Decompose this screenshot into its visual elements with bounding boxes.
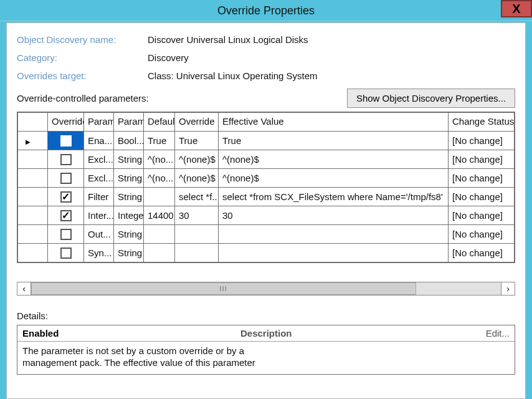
override-cell[interactable] <box>48 244 84 262</box>
scroll-track[interactable]: lll <box>31 282 501 295</box>
override-cell[interactable] <box>48 206 84 225</box>
param-type-cell[interactable]: String <box>114 169 144 188</box>
param-type-cell[interactable]: Bool... <box>114 132 144 150</box>
category-label: Category: <box>17 52 148 63</box>
col-param-name[interactable]: Param… <box>84 113 114 132</box>
effective-value-cell[interactable] <box>219 244 449 262</box>
parameters-grid[interactable]: Override Param… Param… Default Override … <box>17 112 515 263</box>
override-checkbox[interactable] <box>60 173 72 184</box>
override-checkbox[interactable] <box>60 154 72 165</box>
param-name-cell[interactable]: Inter... <box>84 206 114 225</box>
col-override[interactable]: Override <box>48 113 84 132</box>
override-cell[interactable] <box>48 188 84 206</box>
scroll-thumb[interactable]: lll <box>31 282 416 295</box>
row-header <box>18 225 48 244</box>
table-row[interactable]: Inter...Integer144003030[No change] <box>18 206 515 225</box>
change-status-cell[interactable]: [No change] <box>449 150 515 169</box>
param-type-cell[interactable]: String <box>114 225 144 244</box>
override-value-cell[interactable] <box>175 244 219 262</box>
effective-value-cell[interactable] <box>219 225 449 244</box>
override-value-cell[interactable]: True <box>175 132 219 150</box>
change-status-cell[interactable]: [No change] <box>449 244 515 262</box>
default-value-cell[interactable]: ^(no... <box>144 169 175 188</box>
override-checkbox[interactable] <box>60 248 72 259</box>
change-status-cell[interactable]: [No change] <box>449 206 515 225</box>
default-value-cell[interactable]: ^(no... <box>144 150 175 169</box>
row-header <box>18 206 48 225</box>
default-value-cell[interactable] <box>144 244 175 262</box>
dialog-body: Object Discovery name: Discover Universa… <box>6 22 526 399</box>
row-header <box>18 244 48 262</box>
show-discovery-properties-button[interactable]: Show Object Discovery Properties... <box>347 89 515 108</box>
override-cell[interactable] <box>48 169 84 188</box>
override-value-cell[interactable]: 30 <box>175 206 219 225</box>
override-checkbox[interactable] <box>60 210 72 221</box>
default-value-cell[interactable]: True <box>144 132 175 150</box>
table-row[interactable]: Out...String[No change] <box>18 225 515 244</box>
change-status-cell[interactable]: [No change] <box>449 225 515 244</box>
details-parameter-name: Enabled <box>22 328 240 339</box>
param-type-cell[interactable]: String <box>114 188 144 206</box>
col-effective[interactable]: Effective Value <box>219 113 449 132</box>
param-type-cell[interactable]: Integer <box>114 206 144 225</box>
row-header <box>18 150 48 169</box>
details-line-2: management pack. The effective value of … <box>22 357 510 369</box>
table-row[interactable]: Ena...Bool...TrueTrueTrue[No change] <box>18 132 515 150</box>
change-status-cell[interactable]: [No change] <box>449 132 515 150</box>
override-checkbox[interactable] <box>60 229 72 240</box>
override-checkbox[interactable] <box>60 135 72 147</box>
target-label: Overrides target: <box>17 70 148 81</box>
row-header <box>18 169 48 188</box>
param-name-cell[interactable]: Ena... <box>84 132 114 150</box>
override-value-cell[interactable]: ^(none)$ <box>175 169 219 188</box>
grid-horizontal-scrollbar[interactable]: ‹ lll › <box>17 282 515 296</box>
col-change-status[interactable]: Change Status <box>449 113 515 132</box>
override-value-cell[interactable]: ^(none)$ <box>175 150 219 169</box>
effective-value-cell[interactable]: True <box>219 132 449 150</box>
param-name-cell[interactable]: Out... <box>84 225 114 244</box>
param-name-cell[interactable]: Filter <box>84 188 114 206</box>
override-value-cell[interactable] <box>175 225 219 244</box>
parameters-label: Override-controlled parameters: <box>17 93 149 103</box>
details-description-header: Description <box>240 328 486 339</box>
override-value-cell[interactable]: select *f... <box>175 188 219 206</box>
default-value-cell[interactable] <box>144 188 175 206</box>
row-header <box>18 132 48 150</box>
discovery-name-value: Discover Universal Linux Logical Disks <box>148 34 308 45</box>
effective-value-cell[interactable]: ^(none)$ <box>219 150 449 169</box>
default-value-cell[interactable]: 14400 <box>144 206 175 225</box>
category-value: Discovery <box>148 52 189 63</box>
change-status-cell[interactable]: [No change] <box>449 169 515 188</box>
row-header <box>18 188 48 206</box>
param-type-cell[interactable]: String <box>114 150 144 169</box>
override-cell[interactable] <box>48 225 84 244</box>
param-name-cell[interactable]: Syn... <box>84 244 114 262</box>
col-default-value[interactable]: Default <box>144 113 175 132</box>
override-cell[interactable] <box>48 150 84 169</box>
override-checkbox[interactable] <box>60 191 72 203</box>
effective-value-cell[interactable]: ^(none)$ <box>219 169 449 188</box>
param-name-cell[interactable]: Excl... <box>84 150 114 169</box>
close-button[interactable]: X <box>501 0 532 17</box>
details-edit-link[interactable]: Edit... <box>486 328 510 339</box>
close-icon: X <box>512 2 520 16</box>
details-panel: Enabled Description Edit... The paramete… <box>17 325 515 375</box>
table-row[interactable]: Excl...String^(no...^(none)$^(none)$[No … <box>18 169 515 188</box>
col-param-type[interactable]: Param… <box>114 113 144 132</box>
table-row[interactable]: Excl...String^(no...^(none)$^(none)$[No … <box>18 150 515 169</box>
effective-value-cell[interactable]: 30 <box>219 206 449 225</box>
param-name-cell[interactable]: Excl... <box>84 169 114 188</box>
scroll-left-arrow-icon[interactable]: ‹ <box>17 282 31 295</box>
effective-value-cell[interactable]: select *from SCX_FileSystem where Name='… <box>219 188 449 206</box>
change-status-cell[interactable]: [No change] <box>449 188 515 206</box>
scroll-right-arrow-icon[interactable]: › <box>501 282 515 295</box>
details-line-1: The parameter is not set by a custom ove… <box>22 345 510 357</box>
table-row[interactable]: FilterStringselect *f...select *from SCX… <box>18 188 515 206</box>
col-override-value[interactable]: Override <box>175 113 219 132</box>
override-cell[interactable] <box>48 132 84 150</box>
details-label: Details: <box>17 310 515 321</box>
table-row[interactable]: Syn...String[No change] <box>18 244 515 262</box>
default-value-cell[interactable] <box>144 225 175 244</box>
param-type-cell[interactable]: String <box>114 244 144 262</box>
details-body: The parameter is not set by a custom ove… <box>17 342 515 369</box>
